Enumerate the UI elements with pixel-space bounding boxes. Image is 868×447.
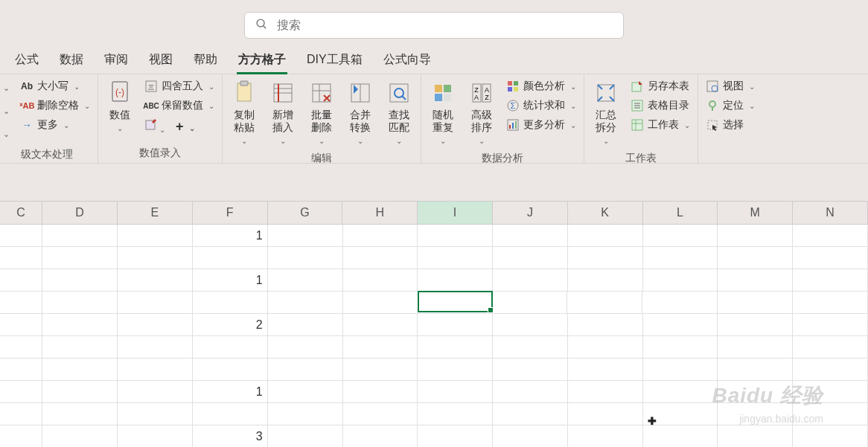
cell[interactable] xyxy=(718,314,793,335)
column-header[interactable]: M xyxy=(718,202,793,224)
cell[interactable] xyxy=(42,269,118,291)
tab-fanggezi[interactable]: 方方格子 xyxy=(228,46,296,74)
cell[interactable] xyxy=(0,247,42,268)
cell[interactable] xyxy=(567,292,642,313)
cell[interactable] xyxy=(718,381,793,402)
cell[interactable] xyxy=(118,425,193,447)
cell[interactable] xyxy=(193,292,268,313)
cell[interactable] xyxy=(268,247,343,268)
cell[interactable] xyxy=(793,314,868,335)
cell[interactable]: 2 xyxy=(193,314,268,335)
cell[interactable] xyxy=(793,425,868,447)
cell[interactable] xyxy=(568,381,643,402)
cell[interactable] xyxy=(718,425,793,447)
dropdown-icon[interactable]: ⌄ xyxy=(0,77,13,99)
cell[interactable] xyxy=(718,403,793,425)
cell[interactable] xyxy=(268,403,343,425)
cell[interactable] xyxy=(642,292,718,313)
cell[interactable] xyxy=(718,358,793,380)
cell[interactable] xyxy=(0,314,42,335)
column-header[interactable]: L xyxy=(643,202,718,224)
dropdown-icon[interactable]: ⌄ xyxy=(0,123,13,145)
cell[interactable] xyxy=(343,358,418,380)
batch-delete-button[interactable]: 批量删除⌄ xyxy=(304,77,339,149)
cell[interactable] xyxy=(42,336,118,358)
cell[interactable] xyxy=(343,336,418,358)
cell[interactable] xyxy=(118,403,193,425)
cell[interactable] xyxy=(493,381,568,402)
cell[interactable] xyxy=(493,336,568,358)
save-as-button[interactable]: 另存本表 xyxy=(628,77,693,95)
cell[interactable] xyxy=(718,225,793,246)
plus-icon[interactable]: + ⌄ xyxy=(176,119,195,135)
column-header[interactable]: H xyxy=(342,202,418,224)
case-button[interactable]: Ab 大小写 ⌄ xyxy=(17,77,93,95)
keep-value-button[interactable]: ABC 保留数值 ⌄ xyxy=(141,97,217,115)
cell[interactable] xyxy=(568,358,643,380)
cell[interactable] xyxy=(268,314,343,335)
column-header[interactable]: E xyxy=(118,202,193,224)
cell[interactable] xyxy=(193,358,268,380)
cell[interactable] xyxy=(418,291,493,312)
cell[interactable] xyxy=(643,336,718,358)
cell[interactable] xyxy=(118,336,193,358)
cell[interactable] xyxy=(643,425,718,447)
cell[interactable] xyxy=(418,403,493,425)
column-header[interactable]: I xyxy=(418,202,493,224)
value-button[interactable]: (-) 数值⌄ xyxy=(103,77,137,137)
locate-button[interactable]: 定位 ⌄ xyxy=(703,97,758,115)
cell[interactable] xyxy=(418,425,493,447)
cell[interactable] xyxy=(42,247,118,268)
cell[interactable] xyxy=(718,269,793,291)
cell[interactable] xyxy=(118,269,193,291)
cell[interactable] xyxy=(643,314,718,335)
cell[interactable] xyxy=(0,381,42,402)
cell[interactable] xyxy=(418,381,493,402)
cell[interactable] xyxy=(343,269,418,291)
color-analysis-button[interactable]: 颜色分析 ⌄ xyxy=(503,77,579,95)
column-header[interactable]: K xyxy=(568,202,643,224)
sum-button[interactable]: Σ 统计求和 ⌄ xyxy=(503,97,579,115)
cell[interactable] xyxy=(42,225,118,246)
cell[interactable] xyxy=(718,336,793,358)
tab-review[interactable]: 审阅 xyxy=(94,46,138,74)
column-header[interactable]: N xyxy=(793,202,868,224)
cell[interactable] xyxy=(493,403,568,425)
column-header[interactable]: G xyxy=(268,202,343,224)
cell[interactable] xyxy=(118,381,193,402)
cell[interactable] xyxy=(568,225,643,246)
cell[interactable] xyxy=(0,336,42,358)
cell[interactable] xyxy=(643,269,718,291)
more-analysis-button[interactable]: 更多分析 ⌄ xyxy=(503,116,579,134)
cell[interactable] xyxy=(718,292,793,313)
cell[interactable] xyxy=(793,358,868,380)
cell[interactable] xyxy=(42,403,118,425)
cell[interactable] xyxy=(0,403,42,425)
cell[interactable] xyxy=(118,358,193,380)
cell[interactable] xyxy=(343,225,418,246)
tab-diy[interactable]: DIY工具箱 xyxy=(296,46,373,74)
cell[interactable] xyxy=(42,314,118,335)
cell[interactable] xyxy=(42,425,118,447)
column-header[interactable]: F xyxy=(193,202,268,224)
cell[interactable] xyxy=(118,314,193,335)
cell[interactable] xyxy=(268,336,343,358)
tab-formula-guide[interactable]: 公式向导 xyxy=(373,46,441,74)
cell[interactable] xyxy=(42,381,118,402)
cell[interactable] xyxy=(418,358,493,380)
cell[interactable] xyxy=(0,225,42,246)
dropdown-icon[interactable]: ⌄ xyxy=(0,100,13,122)
merge-button[interactable]: 合并转换⌄ xyxy=(343,77,377,149)
cell[interactable] xyxy=(0,358,42,380)
cell[interactable] xyxy=(643,381,718,402)
cell[interactable]: 1 xyxy=(193,225,268,246)
cell[interactable] xyxy=(793,269,868,291)
cell[interactable] xyxy=(193,336,268,358)
insert-button[interactable]: 新增插入⌄ xyxy=(266,77,300,149)
cell[interactable] xyxy=(343,381,418,402)
cell[interactable] xyxy=(418,314,493,335)
sort-button[interactable]: ZAAZ 高级排序⌄ xyxy=(465,77,499,149)
cell[interactable] xyxy=(42,292,118,313)
cell[interactable] xyxy=(493,247,568,268)
remove-space-button[interactable]: ˣAB 删除空格 ⌄ xyxy=(17,97,93,115)
